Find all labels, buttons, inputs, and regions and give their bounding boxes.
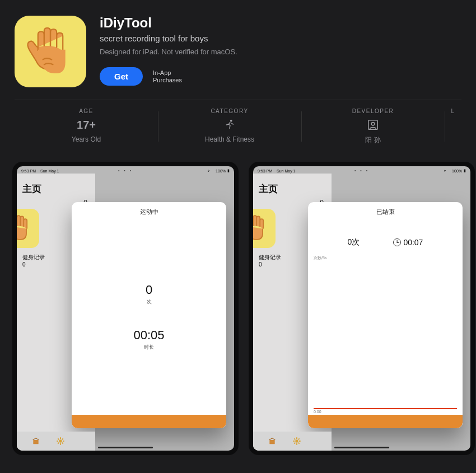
- tab-bar: [17, 432, 95, 451]
- wifi-icon: ᯤ: [207, 169, 211, 173]
- modal-body: 0 次 00:05 时长: [72, 218, 226, 415]
- svg-point-5: [371, 122, 375, 125]
- svg-line-22: [294, 438, 295, 439]
- tab-bar: [253, 432, 332, 451]
- sidebar-app-icon: [253, 209, 276, 248]
- svg-line-25: [298, 438, 300, 439]
- time-unit: 时长: [144, 344, 154, 351]
- svg-line-24: [294, 443, 295, 444]
- sidebar-title: 主页: [17, 174, 95, 199]
- info-developer[interactable]: DEVELOPER 阳 孙: [301, 108, 445, 145]
- hand-icon: [25, 24, 76, 79]
- status-battery: 100%: [452, 169, 462, 173]
- svg-point-3: [230, 120, 232, 122]
- chart-y-label: 次数/5s: [314, 255, 326, 261]
- stat-count: 0 次: [146, 283, 152, 306]
- status-date: Sun May 1: [277, 169, 295, 173]
- tab-settings-icon[interactable]: [56, 437, 65, 446]
- screenshot-row[interactable]: 9:53 PM Sun May 1 ᯤ 100% ▮ • • • 主页 0 健身…: [0, 157, 476, 455]
- person-square-icon: [367, 118, 379, 132]
- battery-icon: ▮: [227, 168, 230, 173]
- count-unit: 次: [147, 298, 152, 306]
- home-indicator[interactable]: [98, 447, 153, 448]
- modal-footer-strip: [72, 415, 226, 428]
- info-age-sub: Years Old: [72, 135, 101, 143]
- clock-icon: [393, 238, 401, 246]
- svg-line-15: [62, 438, 63, 439]
- app-title: iDiyTool: [100, 16, 237, 30]
- status-time: 9:53 PM: [21, 169, 36, 173]
- info-age-key: AGE: [79, 108, 94, 114]
- iap-line2: Purchases: [153, 77, 182, 84]
- info-age-value: 17+: [77, 118, 96, 132]
- info-language-key: L: [451, 108, 455, 114]
- in-app-purchases-label: In-App Purchases: [153, 69, 182, 84]
- battery-icon: ▮: [464, 168, 466, 173]
- chart-line: [314, 408, 457, 409]
- time-value: 00:05: [133, 328, 164, 343]
- svg-rect-4: [368, 120, 378, 130]
- info-developer-key: DEVELOPER: [352, 108, 394, 114]
- status-battery: 100%: [216, 169, 226, 173]
- svg-rect-16: [269, 440, 274, 444]
- app-meta: iDiyTool secret recording tool for boys …: [100, 16, 237, 87]
- result-chart: 次数/5s 0.00: [314, 255, 457, 415]
- svg-point-7: [59, 439, 62, 442]
- sidebar-app-icon: [17, 209, 39, 248]
- status-time: 9:53 PM: [258, 169, 272, 173]
- summary-count: 0次: [348, 237, 360, 247]
- info-strip: AGE 17+ Years Old CATEGORY Health & Fitn…: [15, 100, 461, 157]
- sidebar-title: 主页: [253, 174, 332, 199]
- modal-footer-strip: [308, 415, 463, 428]
- tab-settings-icon[interactable]: [292, 437, 301, 446]
- screenshot-2-screen: 9:53 PM Sun May 1 ᯤ 100% ▮ • • • 主页 0 健身…: [253, 166, 470, 451]
- stat-time: 00:05 时长: [133, 328, 164, 351]
- count-value: 0: [146, 283, 152, 297]
- tab-home-icon[interactable]: [268, 437, 277, 446]
- info-developer-value: 阳 孙: [365, 135, 380, 145]
- info-category-value: Health & Fitness: [205, 135, 254, 143]
- iap-line1: In-App: [153, 69, 182, 77]
- screenshot-1-screen: 9:53 PM Sun May 1 ᯤ 100% ▮ • • • 主页 0 健身…: [17, 166, 234, 451]
- ipad-dots: • • •: [354, 168, 369, 172]
- app-subtitle: secret recording tool for boys: [100, 34, 237, 43]
- screenshot-2[interactable]: 9:53 PM Sun May 1 ᯤ 100% ▮ • • • 主页 0 健身…: [249, 162, 475, 455]
- summary-time-value: 00:07: [403, 238, 423, 247]
- home-indicator[interactable]: [334, 447, 389, 448]
- get-row: Get In-App Purchases: [100, 67, 237, 86]
- info-category-key: CATEGORY: [211, 108, 248, 114]
- modal-finished: 已结束 0次 00:07 次数/5s 0.00: [308, 202, 463, 428]
- summary-time: 00:07: [393, 237, 423, 247]
- svg-line-14: [58, 443, 59, 444]
- app-header: iDiyTool secret recording tool for boys …: [0, 0, 476, 100]
- status-date: Sun May 1: [40, 169, 59, 173]
- chart-x-label: 0.00: [314, 410, 321, 414]
- info-category[interactable]: CATEGORY Health & Fitness: [158, 108, 301, 145]
- modal-active: 运动中 0 次 00:05 时长: [72, 202, 226, 428]
- summary-row: 0次 00:07: [308, 218, 463, 252]
- modal-title: 已结束: [308, 202, 463, 218]
- ipad-dots: • • •: [118, 168, 133, 172]
- get-button[interactable]: Get: [100, 67, 143, 86]
- svg-line-13: [62, 443, 63, 444]
- info-language-partial: L: [445, 108, 461, 145]
- app-icon: [15, 16, 86, 87]
- app-compat-note: Designed for iPad. Not verified for macO…: [100, 48, 237, 56]
- wifi-icon: ᯤ: [444, 169, 447, 173]
- modal-title: 运动中: [72, 202, 226, 218]
- tab-home-icon[interactable]: [31, 437, 40, 446]
- runner-icon: [223, 118, 236, 132]
- svg-line-12: [58, 438, 59, 439]
- screenshot-1[interactable]: 9:53 PM Sun May 1 ᯤ 100% ▮ • • • 主页 0 健身…: [12, 162, 239, 455]
- svg-line-23: [298, 443, 300, 444]
- svg-rect-6: [33, 440, 38, 444]
- svg-point-17: [295, 439, 298, 442]
- info-age[interactable]: AGE 17+ Years Old: [15, 108, 158, 145]
